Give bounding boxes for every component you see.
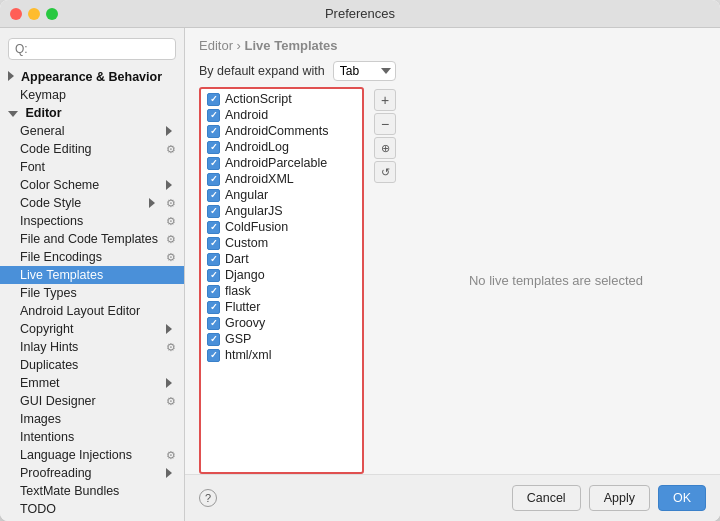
search-box [0,34,184,64]
copy-button[interactable]: ⊕ [374,137,396,159]
expand-select[interactable]: Tab Enter Space [333,61,396,81]
sidebar-item-emmet[interactable]: Emmet [0,374,184,392]
template-label: Android [225,108,268,122]
gear-icon-inlay-hints: ⚙ [166,341,176,354]
maximize-button[interactable] [46,8,58,20]
template-item[interactable]: AndroidParcelable [201,155,362,171]
apply-button[interactable]: Apply [589,485,650,511]
gear-icon-code-editing: ⚙ [166,143,176,156]
template-item[interactable]: Dart [201,251,362,267]
template-label: AndroidLog [225,140,289,154]
sidebar-item-code-style[interactable]: Code Style ⚙ [0,194,184,212]
template-item[interactable]: ColdFusion [201,219,362,235]
expand-icon-code-style [149,198,155,208]
close-button[interactable] [10,8,22,20]
template-item[interactable]: html/xml [201,347,362,363]
template-checkbox[interactable] [207,285,220,298]
gear-icon-code-style: ⚙ [166,197,176,210]
template-checkbox[interactable] [207,301,220,314]
sidebar-item-duplicates[interactable]: Duplicates [0,356,184,374]
breadcrumb-live-templates: Live Templates [245,38,338,53]
template-item[interactable]: Custom [201,235,362,251]
search-input[interactable] [8,38,176,60]
template-item[interactable]: ActionScript [201,91,362,107]
gear-icon-file-code-templates: ⚙ [166,233,176,246]
sidebar-item-copyright[interactable]: Copyright [0,320,184,338]
expand-icon-color-scheme [166,180,172,190]
sidebar-item-language-injections[interactable]: Language Injections ⚙ [0,446,184,464]
main-content: Appearance & Behavior Keymap Editor Gene… [0,28,720,521]
template-list-container: ActionScriptAndroidAndroidCommentsAndroi… [199,87,364,474]
template-checkbox[interactable] [207,349,220,362]
cancel-button[interactable]: Cancel [512,485,581,511]
template-item[interactable]: flask [201,283,362,299]
template-list-box[interactable]: ActionScriptAndroidAndroidCommentsAndroi… [199,87,364,474]
sidebar-item-editor[interactable]: Editor [0,104,184,122]
help-button[interactable]: ? [199,489,217,507]
template-checkbox[interactable] [207,173,220,186]
template-item[interactable]: Android [201,107,362,123]
template-checkbox[interactable] [207,189,220,202]
template-label: ColdFusion [225,220,288,234]
template-label: AndroidXML [225,172,294,186]
template-item[interactable]: Flutter [201,299,362,315]
sidebar-item-textmate-bundles[interactable]: TextMate Bundles [0,482,184,500]
sidebar-item-font[interactable]: Font [0,158,184,176]
restore-button[interactable]: ↺ [374,161,396,183]
template-checkbox[interactable] [207,253,220,266]
sidebar-item-intentions[interactable]: Intentions [0,428,184,446]
gear-icon-gui-designer: ⚙ [166,395,176,408]
sidebar-item-inspections[interactable]: Inspections ⚙ [0,212,184,230]
template-label: GSP [225,332,251,346]
template-item[interactable]: AngularJS [201,203,362,219]
breadcrumb: Editor › Live Templates [199,38,706,53]
template-checkbox[interactable] [207,141,220,154]
template-checkbox[interactable] [207,205,220,218]
template-detail-panel: No live templates are selected [406,87,706,474]
sidebar-item-file-types[interactable]: File Types [0,284,184,302]
sidebar-item-keymap[interactable]: Keymap [0,86,184,104]
expand-icon-editor [8,111,18,117]
remove-button[interactable]: − [374,113,396,135]
traffic-lights [10,8,58,20]
gear-icon-language-injections: ⚙ [166,449,176,462]
sidebar-item-appearance[interactable]: Appearance & Behavior [0,68,184,86]
titlebar: Preferences [0,0,720,28]
template-label: html/xml [225,348,272,362]
sidebar-item-gui-designer[interactable]: GUI Designer ⚙ [0,392,184,410]
template-checkbox[interactable] [207,269,220,282]
sidebar: Appearance & Behavior Keymap Editor Gene… [0,28,185,521]
template-item[interactable]: Angular [201,187,362,203]
template-checkbox[interactable] [207,93,220,106]
template-label: AndroidParcelable [225,156,327,170]
template-item[interactable]: AndroidComments [201,123,362,139]
sidebar-item-file-encodings[interactable]: File Encodings ⚙ [0,248,184,266]
sidebar-item-android-layout-editor[interactable]: Android Layout Editor [0,302,184,320]
sidebar-item-file-and-code-templates[interactable]: File and Code Templates ⚙ [0,230,184,248]
sidebar-item-todo[interactable]: TODO [0,500,184,518]
sidebar-item-color-scheme[interactable]: Color Scheme [0,176,184,194]
sidebar-item-proofreading[interactable]: Proofreading [0,464,184,482]
template-checkbox[interactable] [207,125,220,138]
sidebar-item-general[interactable]: General [0,122,184,140]
template-checkbox[interactable] [207,237,220,250]
minimize-button[interactable] [28,8,40,20]
template-item[interactable]: AndroidLog [201,139,362,155]
template-label: Flutter [225,300,260,314]
template-item[interactable]: GSP [201,331,362,347]
sidebar-item-live-templates[interactable]: Live Templates [0,266,184,284]
template-checkbox[interactable] [207,157,220,170]
template-checkbox[interactable] [207,109,220,122]
template-item[interactable]: Django [201,267,362,283]
template-checkbox[interactable] [207,317,220,330]
template-item[interactable]: AndroidXML [201,171,362,187]
ok-button[interactable]: OK [658,485,706,511]
sidebar-item-images[interactable]: Images [0,410,184,428]
add-button[interactable]: + [374,89,396,111]
template-checkbox[interactable] [207,333,220,346]
sidebar-item-code-editing[interactable]: Code Editing ⚙ [0,140,184,158]
gear-icon-file-encodings: ⚙ [166,251,176,264]
template-checkbox[interactable] [207,221,220,234]
sidebar-item-inlay-hints[interactable]: Inlay Hints ⚙ [0,338,184,356]
template-item[interactable]: Groovy [201,315,362,331]
